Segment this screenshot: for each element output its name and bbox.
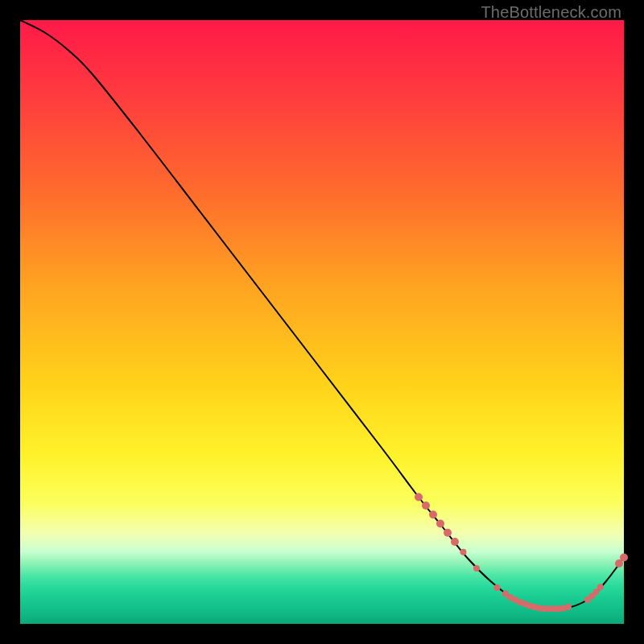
curve-marker [436, 520, 444, 528]
curve-marker [620, 554, 628, 562]
bottleneck-curve-path [20, 20, 624, 610]
curve-marker [597, 584, 604, 590]
chart-stage: TheBottleneck.com [0, 0, 644, 644]
curve-marker [415, 493, 423, 502]
curve-marker [565, 604, 572, 610]
curve-marker [451, 538, 459, 546]
watermark-text: TheBottleneck.com [481, 3, 621, 22]
curve-marker [422, 502, 430, 510]
curve-marker [473, 565, 480, 572]
curve-marker [444, 529, 452, 537]
curve-marker [429, 510, 437, 518]
curve-marker [593, 588, 600, 595]
curve-marker [460, 549, 467, 555]
plot-area [20, 20, 624, 624]
chart-svg [20, 20, 624, 624]
marker-layer [415, 493, 628, 613]
curve-marker [494, 584, 501, 591]
